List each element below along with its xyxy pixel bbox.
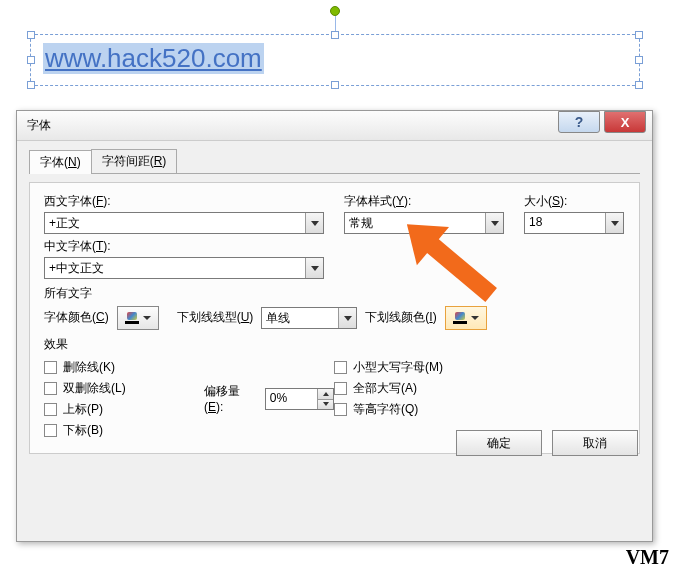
paint-bucket-icon	[125, 312, 139, 324]
tab-font[interactable]: 字体(N)	[29, 150, 92, 174]
asian-font-combo[interactable]: +中文正文	[44, 257, 324, 279]
offset-value[interactable]: 0%	[266, 389, 317, 409]
smallcaps-checkbox[interactable]: 小型大写字母(M)	[334, 359, 534, 376]
resize-handle-icon[interactable]	[635, 56, 643, 64]
offset-spinner[interactable]: 0%	[265, 388, 334, 410]
checkbox-icon	[334, 361, 347, 374]
latin-font-combo[interactable]: +正文	[44, 212, 324, 234]
latin-font-label: 西文字体(F):	[44, 193, 324, 210]
double-strikethrough-checkbox[interactable]: 双删除线(L)	[44, 380, 204, 397]
subscript-checkbox[interactable]: 下标(B)	[44, 422, 204, 439]
font-color-label: 字体颜色(C)	[44, 309, 109, 326]
resize-handle-icon[interactable]	[27, 31, 35, 39]
superscript-checkbox[interactable]: 上标(P)	[44, 401, 204, 418]
chevron-down-icon	[471, 316, 479, 320]
selection-border: www.hack520.com	[30, 34, 640, 86]
equalheight-checkbox[interactable]: 等高字符(Q)	[334, 401, 534, 418]
font-size-combo[interactable]: 18	[524, 212, 624, 234]
resize-handle-icon[interactable]	[635, 81, 643, 89]
all-text-label: 所有文字	[44, 285, 625, 302]
effects-label: 效果	[44, 336, 625, 353]
tab-char-spacing[interactable]: 字符间距(R)	[91, 149, 178, 173]
chevron-down-icon[interactable]	[305, 258, 323, 278]
chevron-down-icon	[143, 316, 151, 320]
ok-button[interactable]: 确定	[456, 430, 542, 456]
chevron-down-icon[interactable]	[605, 213, 623, 233]
close-button[interactable]: X	[604, 111, 646, 133]
asian-font-label: 中文字体(T):	[44, 238, 324, 255]
font-color-button[interactable]	[117, 306, 159, 330]
underline-style-combo[interactable]: 单线	[261, 307, 357, 329]
chevron-down-icon[interactable]	[338, 308, 356, 328]
underline-color-label: 下划线颜色(I)	[365, 309, 436, 326]
strikethrough-checkbox[interactable]: 删除线(K)	[44, 359, 204, 376]
offset-label: 偏移量(E):	[204, 383, 259, 414]
chevron-down-icon[interactable]	[305, 213, 323, 233]
hyperlink-text[interactable]: www.hack520.com	[43, 43, 264, 74]
spin-up-icon[interactable]	[318, 389, 333, 400]
cancel-button[interactable]: 取消	[552, 430, 638, 456]
help-button[interactable]: ?	[558, 111, 600, 133]
checkbox-icon	[334, 382, 347, 395]
allcaps-checkbox[interactable]: 全部大写(A)	[334, 380, 534, 397]
resize-handle-icon[interactable]	[331, 31, 339, 39]
checkbox-icon	[44, 382, 57, 395]
resize-handle-icon[interactable]	[635, 31, 643, 39]
asian-font-value[interactable]: +中文正文	[45, 258, 305, 278]
resize-handle-icon[interactable]	[331, 81, 339, 89]
resize-handle-icon[interactable]	[27, 81, 35, 89]
latin-font-value[interactable]: +正文	[45, 213, 305, 233]
underline-color-button[interactable]	[445, 306, 487, 330]
spin-down-icon[interactable]	[318, 400, 333, 410]
font-panel: 西文字体(F): +正文 字体样式(Y): 常规 大小(S):	[29, 182, 640, 454]
font-size-label: 大小(S):	[524, 193, 624, 210]
dialog-titlebar[interactable]: 字体 ? X	[17, 111, 652, 141]
dialog-title: 字体	[27, 117, 558, 134]
font-size-value[interactable]: 18	[525, 213, 605, 233]
paint-bucket-icon	[453, 312, 467, 324]
watermark: VM7	[626, 546, 669, 569]
resize-handle-icon[interactable]	[27, 56, 35, 64]
checkbox-icon	[44, 424, 57, 437]
checkbox-icon	[334, 403, 347, 416]
textbox-selection[interactable]: www.hack520.com	[30, 8, 640, 86]
chevron-down-icon[interactable]	[485, 213, 503, 233]
rotate-handle-icon[interactable]	[330, 6, 340, 16]
tab-strip: 字体(N) 字符间距(R)	[29, 149, 640, 174]
checkbox-icon	[44, 361, 57, 374]
font-dialog: 字体 ? X 字体(N) 字符间距(R) 西文字体(F): +正文 字体样式(Y…	[16, 110, 653, 542]
underline-style-value[interactable]: 单线	[262, 308, 338, 328]
checkbox-icon	[44, 403, 57, 416]
underline-style-label: 下划线线型(U)	[177, 309, 254, 326]
